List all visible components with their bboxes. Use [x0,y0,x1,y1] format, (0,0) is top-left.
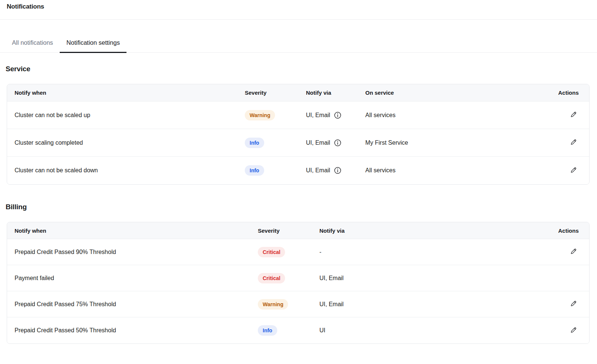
notify-via-cell: - [319,249,549,255]
severity-badge: Critical [258,273,285,283]
pencil-edit-icon [570,166,577,175]
info-icon[interactable] [334,139,341,147]
severity-badge: Warning [258,299,288,310]
table-row: Prepaid Credit Passed 50% Threshold Info… [7,317,589,343]
notify-when-cell: Prepaid Credit Passed 75% Threshold [15,301,258,308]
col-header-notify-when: Notify when [15,90,245,96]
on-service-cell: My First Service [365,139,549,146]
tab-all-notifications[interactable]: All notifications [5,39,60,53]
tab-bar: All notifications Notification settings [0,20,597,53]
service-section-title: Service [6,65,597,73]
table-row: Payment failed Critical UI, Email [7,265,589,291]
notify-via-cell: UI, Email [319,275,549,282]
col-header-actions: Actions [558,228,579,234]
col-header-actions: Actions [558,90,579,96]
notify-via-cell: UI [319,327,549,334]
info-icon[interactable] [334,167,341,174]
on-service-cell: All services [365,167,549,174]
page-title: Notifications [0,0,597,19]
pencil-edit-icon [570,248,577,256]
on-service-cell: All services [365,112,549,119]
table-row: Cluster can not be scaled up Warning UI,… [7,101,589,129]
pencil-edit-icon [570,300,577,308]
edit-button[interactable] [568,137,579,148]
billing-table: Notify when Severity Notify via Actions … [7,222,590,344]
notify-via-cell: UI, Email [306,139,330,146]
pencil-edit-icon [570,326,577,335]
table-row: Cluster can not be scaled down Info UI, … [7,157,589,184]
col-header-severity: Severity [258,228,319,234]
notifications-page: Notifications All notifications Notifica… [0,0,597,364]
col-header-notify-via: Notify via [319,228,549,234]
pencil-edit-icon [570,138,577,147]
edit-button[interactable] [568,165,579,176]
col-header-notify-when: Notify when [15,228,258,234]
pencil-edit-icon [570,111,577,119]
billing-section-title: Billing [6,203,597,211]
table-row: Prepaid Credit Passed 90% Threshold Crit… [7,239,589,265]
notify-when-cell: Prepaid Credit Passed 90% Threshold [15,249,258,255]
severity-badge: Warning [245,110,275,120]
col-header-on-service: On service [365,90,549,96]
tab-notification-settings[interactable]: Notification settings [60,39,126,53]
col-header-severity: Severity [245,90,306,96]
notify-via-cell: UI, Email [306,167,330,174]
edit-button[interactable] [568,298,579,310]
edit-button[interactable] [568,325,579,336]
notify-via-cell: UI, Email [306,112,330,119]
billing-table-header: Notify when Severity Notify via Actions [7,222,589,239]
severity-badge: Info [245,165,264,176]
severity-badge: Info [245,138,264,148]
edit-button[interactable] [568,109,579,121]
table-row: Prepaid Credit Passed 75% Threshold Warn… [7,291,589,317]
edit-button[interactable] [568,246,579,258]
notify-when-cell: Payment failed [15,275,258,282]
notify-when-cell: Cluster scaling completed [15,139,245,146]
notify-via-cell: UI, Email [319,301,549,308]
info-icon[interactable] [334,112,341,119]
severity-badge: Info [258,325,277,336]
notify-when-cell: Cluster can not be scaled down [15,167,245,174]
table-row: Cluster scaling completed Info UI, Email… [7,129,589,157]
severity-badge: Critical [258,247,285,257]
col-header-notify-via: Notify via [306,90,365,96]
service-table: Notify when Severity Notify via On servi… [7,84,590,185]
notify-when-cell: Prepaid Credit Passed 50% Threshold [15,327,258,334]
service-table-header: Notify when Severity Notify via On servi… [7,84,589,101]
notify-when-cell: Cluster can not be scaled up [15,112,245,119]
